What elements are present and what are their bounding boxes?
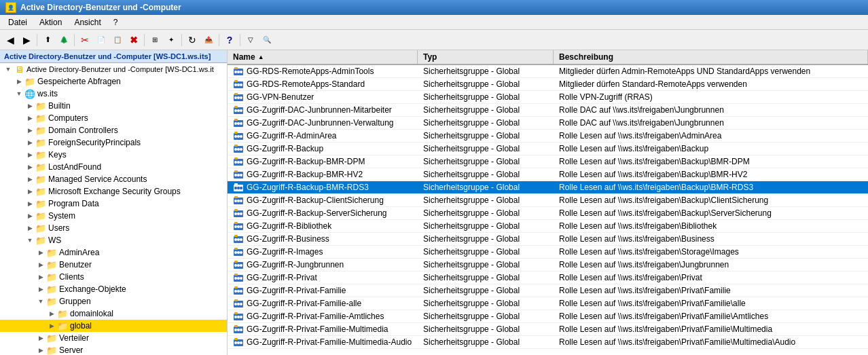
tree-label-root: Active Directory-Benutzer und -Computer … <box>26 65 227 73</box>
expander-foreign[interactable]: ▶ <box>24 137 35 148</box>
expander-laf[interactable]: ▶ <box>24 162 35 172</box>
new-button[interactable]: ✦ <box>164 33 179 48</box>
tree-label-programdata: Program Data <box>48 199 227 208</box>
cut-button[interactable]: ✂ <box>77 33 92 48</box>
tree-panel[interactable]: Active Directory-Benutzer und -Computer … <box>0 50 228 355</box>
tree-node-root[interactable]: ▼ 🖥 Active Directory-Benutzer und -Compu… <box>0 63 227 75</box>
list-cell-typ: Sicherheitsgruppe - Global <box>418 91 554 103</box>
expander-adminarea[interactable]: ▶ <box>35 247 46 258</box>
refresh-button[interactable]: ↻ <box>185 33 200 48</box>
tree-node-global[interactable]: ▶ 📁 global <box>0 320 227 332</box>
list-row[interactable]: GG-VPN-Benutzer Sicherheitsgruppe - Glob… <box>228 91 868 104</box>
help-button[interactable]: ? <box>222 33 237 48</box>
list-row[interactable]: GG-Zugriff-R-Images Sicherheitsgruppe - … <box>228 246 868 259</box>
list-row[interactable]: GG-Zugriff-R-Privat Sicherheitsgruppe - … <box>228 272 868 284</box>
query-button[interactable]: 🔍 <box>259 33 274 48</box>
expander-system[interactable]: ▶ <box>24 210 35 221</box>
expander-root[interactable]: ▼ <box>3 64 14 75</box>
tree-node-users[interactable]: ▶ 📁 Users <box>0 222 227 234</box>
expander-keys[interactable]: ▶ <box>24 149 35 160</box>
list-panel[interactable]: Name ▲ Typ Beschreibung GG-RDS-RemoteApp… <box>228 50 868 355</box>
menu-aktion[interactable]: Aktion <box>34 16 67 29</box>
tree-node-ws[interactable]: ▼ 📁 WS <box>0 234 227 246</box>
tree-node-builtin[interactable]: ▶ 📁 Builtin <box>0 100 227 112</box>
tree-node-lostandfound[interactable]: ▶ 📁 LostAndFound <box>0 161 227 173</box>
list-row[interactable]: GG-Zugriff-R-Backup-ServerSicherung Sich… <box>228 207 868 220</box>
list-row[interactable]: GG-RDS-RemoteApps-Standard Sicherheitsgr… <box>228 78 868 91</box>
expander-computers[interactable]: ▶ <box>24 113 35 124</box>
list-row[interactable]: GG-Zugriff-R-Privat-Familie-alle Sicherh… <box>228 297 868 310</box>
col-header-beschreibung[interactable]: Beschreibung <box>554 50 868 64</box>
list-row[interactable]: GG-Zugriff-R-Jungbrunnen Sicherheitsgrup… <box>228 259 868 272</box>
expander-exchange[interactable]: ▶ <box>35 284 46 295</box>
svg-point-96 <box>234 316 237 318</box>
tree-node-msexchange[interactable]: ▶ 📁 Microsoft Exchange Security Groups <box>0 185 227 198</box>
tree-node-programdata[interactable]: ▶ 📁 Program Data <box>0 198 227 210</box>
menu-ansicht[interactable]: Ansicht <box>69 16 106 29</box>
list-row[interactable]: GG-Zugriff-R-Bibliothek Sicherheitsgrupp… <box>228 220 868 233</box>
tree-node-system[interactable]: ▶ 📁 System <box>0 210 227 222</box>
tree-node-keys[interactable]: ▶ 📁 Keys <box>0 149 227 161</box>
expander-global[interactable]: ▶ <box>46 320 57 331</box>
delete-button[interactable]: ✖ <box>126 33 141 48</box>
list-row[interactable]: GG-Zugriff-R-Privat-Familie-Amtliches Si… <box>228 310 868 323</box>
expander-programdata[interactable]: ▶ <box>24 198 35 209</box>
tree-node-managed[interactable]: ▶ 📁 Managed Service Accounts <box>0 173 227 185</box>
svg-point-102 <box>237 329 240 331</box>
list-row[interactable]: GG-Zugriff-R-Backup-BMR-DPM Sicherheitsg… <box>228 155 868 168</box>
app-title: Active Directory-Benutzer und -Computer <box>20 3 181 12</box>
back-button[interactable]: ◀ <box>3 33 18 48</box>
list-row[interactable]: GG-Zugriff-R-Privat-Familie-Multimedia S… <box>228 323 868 336</box>
expander-benutzer[interactable]: ▶ <box>35 259 46 270</box>
expander-gruppen[interactable]: ▼ <box>35 296 46 307</box>
tree-node-server[interactable]: ▶ 📁 Server <box>0 344 227 355</box>
expander-saved[interactable]: ▶ <box>14 76 24 87</box>
expander-clients[interactable]: ▶ <box>35 272 46 282</box>
tree-node-computers[interactable]: ▶ 📁 Computers <box>0 112 227 124</box>
copy-button[interactable]: 📄 <box>94 33 109 48</box>
filter-button[interactable]: ▽ <box>243 33 258 48</box>
tree-button[interactable]: 🌲 <box>56 33 71 48</box>
tree-node-gruppen[interactable]: ▼ 📁 Gruppen <box>0 295 227 307</box>
list-row[interactable]: GG-Zugriff-R-Privat-Familie Sicherheitsg… <box>228 284 868 297</box>
col-header-name[interactable]: Name ▲ <box>228 50 418 64</box>
expander-server[interactable]: ▶ <box>35 345 46 355</box>
menu-help[interactable]: ? <box>108 16 124 29</box>
list-row[interactable]: GG-Zugriff-R-Backup-BMR-RDS3 Sicherheits… <box>228 181 868 194</box>
expander-users[interactable]: ▶ <box>24 223 35 233</box>
col-header-typ[interactable]: Typ <box>418 50 554 64</box>
tree-node-benutzer[interactable]: ▶ 📁 Benutzer <box>0 259 227 271</box>
expander-dc[interactable]: ▶ <box>24 125 35 136</box>
expander-msexchange[interactable]: ▶ <box>24 186 35 197</box>
expander-ws[interactable]: ▼ <box>24 235 35 246</box>
list-row[interactable]: GG-Zugriff-DAC-Junbrunnen-Mitarbeiter Si… <box>228 104 868 117</box>
tree-node-domainlokal[interactable]: ▶ 📁 domainlokal <box>0 307 227 320</box>
up-button[interactable]: ⬆ <box>40 33 55 48</box>
list-row[interactable]: GG-Zugriff-R-Backup-BMR-HV2 Sicherheitsg… <box>228 168 868 181</box>
tree-node-dc[interactable]: ▶ 📁 Domain Controllers <box>0 124 227 136</box>
menu-datei[interactable]: Datei <box>3 16 33 29</box>
tree-node-exchange[interactable]: ▶ 📁 Exchange-Objekte <box>0 283 227 295</box>
properties-button[interactable]: ⊞ <box>147 33 162 48</box>
forward-button[interactable]: ▶ <box>19 33 34 48</box>
list-row[interactable]: GG-Zugriff-R-Backup-ClientSicherung Sich… <box>228 194 868 207</box>
expander-verteiler[interactable]: ▶ <box>35 333 46 343</box>
tree-node-wsits[interactable]: ▼ 🌐 ws.its <box>0 88 227 100</box>
list-row[interactable]: GG-Zugriff-R-Backup Sicherheitsgruppe - … <box>228 143 868 155</box>
expander-managed[interactable]: ▶ <box>24 174 35 185</box>
list-row[interactable]: GG-Zugriff-R-Privat-Familie-Multimedia-A… <box>228 336 868 349</box>
tree-node-foreign[interactable]: ▶ 📁 ForeignSecurityPrincipals <box>0 136 227 149</box>
expander-builtin[interactable]: ▶ <box>24 100 35 111</box>
list-row[interactable]: GG-Zugriff-DAC-Junbrunnen-Verwaltung Sic… <box>228 117 868 130</box>
tree-node-clients[interactable]: ▶ 📁 Clients <box>0 271 227 283</box>
tree-node-verteiler[interactable]: ▶ 📁 Verteiler <box>0 332 227 344</box>
tree-node-adminarea[interactable]: ▶ 📁 AdminArea <box>0 246 227 259</box>
list-row[interactable]: GG-RDS-RemoteApps-AdminTools Sicherheits… <box>228 65 868 78</box>
paste-button[interactable]: 📋 <box>110 33 125 48</box>
list-row[interactable]: GG-Zugriff-R-Business Sicherheitsgruppe … <box>228 233 868 246</box>
export-button[interactable]: 📤 <box>201 33 216 48</box>
expander-wsits[interactable]: ▼ <box>14 88 24 99</box>
list-row[interactable]: GG-Zugriff-R-AdminArea Sicherheitsgruppe… <box>228 130 868 143</box>
tree-node-saved-queries[interactable]: ▶ 📁 Gespeicherte Abfragen <box>0 75 227 88</box>
expander-domainlokal[interactable]: ▶ <box>46 308 57 319</box>
